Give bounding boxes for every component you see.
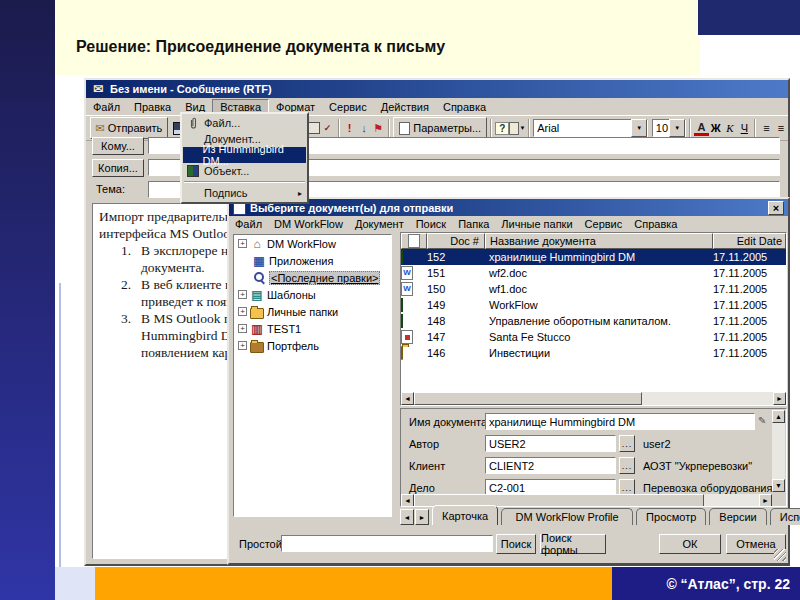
tab-used[interactable]: Используется (770, 508, 800, 525)
dialog-menu-file[interactable]: Файл (229, 217, 268, 231)
font-name-dropdown-icon[interactable]: ▼ (631, 119, 647, 137)
tab-scroll-right-icon[interactable]: ► (415, 509, 429, 525)
clipboard-icon[interactable]: ▼ (509, 120, 525, 136)
scroll-down-icon[interactable]: ▼ (772, 479, 785, 492)
expand-icon[interactable]: + (238, 239, 247, 248)
form-vertical-scrollbar[interactable]: ▲ ▼ (772, 410, 785, 492)
type-column-header[interactable] (401, 233, 427, 249)
paperclip-icon (186, 117, 200, 130)
search-icon (252, 271, 266, 284)
dialog-menu-dmworkflow[interactable]: DM WorkFlow (268, 217, 349, 231)
tree-item-templates[interactable]: + ▤ Шаблоны (234, 286, 391, 303)
flag-icon[interactable]: ⚑ (371, 120, 385, 136)
client-extra: АОЗТ "Укрперевозки" (643, 460, 752, 472)
tree-item-briefcase[interactable]: + Портфель (234, 337, 391, 354)
table-row[interactable]: 146 Инвестиции 17.11.2005 (401, 345, 786, 361)
expand-icon[interactable]: + (238, 324, 247, 333)
scrollbar-thumb[interactable] (414, 392, 642, 405)
name-column-header[interactable]: Название документа (485, 233, 713, 249)
menu-help[interactable]: Справка (436, 100, 493, 114)
client-lookup-button[interactable]: ... (619, 457, 635, 474)
tree-item-personal-folders[interactable]: + Личные папки (234, 303, 391, 320)
to-button[interactable]: Кому... (92, 137, 144, 155)
underline-button[interactable]: Ч (737, 120, 751, 136)
scroll-right-icon[interactable]: ► (773, 392, 786, 405)
tab-preview[interactable]: Просмотр (636, 508, 706, 525)
importance-icon[interactable]: ! (343, 120, 357, 136)
insert-menu-item-signature[interactable]: Подпись ▸ (183, 185, 306, 201)
ok-button[interactable]: ОК (659, 534, 721, 554)
table-row[interactable]: W 150 wf1.doc 17.11.2005 (401, 281, 786, 297)
tab-versions[interactable]: Версии (709, 508, 766, 525)
options-button[interactable]: Параметры... (393, 117, 487, 139)
tree-item-dm-workflow[interactable]: + ⌂ DM WorkFlow (234, 235, 391, 252)
font-size-dropdown-icon[interactable]: ▼ (669, 119, 685, 137)
scroll-left-icon[interactable]: ◄ (401, 392, 414, 405)
message-window-title: Без имени - Сообщение (RTF) (110, 83, 272, 95)
date-column-header[interactable]: Edit Date (713, 233, 786, 249)
send-envelope-icon: ✉ (96, 122, 105, 135)
list-horizontal-scrollbar[interactable]: ◄ ► (401, 392, 786, 405)
insert-menu-item-from-hummingbird[interactable]: Из Hummingbird DM... (183, 147, 306, 163)
folders-icon (250, 305, 264, 318)
tree-item-applications[interactable]: ▦ Приложения (234, 252, 391, 269)
cc-button[interactable]: Копия... (92, 159, 144, 177)
author-lookup-button[interactable]: ... (619, 435, 635, 452)
menu-tools[interactable]: Сервис (322, 100, 374, 114)
check-names-icon[interactable]: ✓ (320, 120, 334, 136)
font-size-combo[interactable]: 10 ▼ (652, 119, 687, 137)
close-icon[interactable]: × (768, 201, 784, 215)
resize-grip[interactable] (774, 549, 786, 561)
align-left-icon[interactable]: ≡ (759, 120, 773, 136)
search-button[interactable]: Поиск (496, 534, 536, 554)
insert-menu: Файл... Документ... Из Hummingbird DM...… (180, 112, 309, 204)
dialog-menu-service[interactable]: Сервис (579, 217, 629, 231)
table-row[interactable]: 147 Santa Fe Stucco 17.11.2005 (401, 329, 786, 345)
dialog-menu-folder[interactable]: Папка (452, 217, 495, 231)
applications-icon: ▦ (252, 254, 266, 267)
edit-icon: ✎ (758, 415, 766, 426)
expand-icon[interactable]: + (238, 307, 247, 316)
dialog-menu-search[interactable]: Поиск (410, 217, 452, 231)
doc-column-header[interactable]: Doc # (427, 233, 485, 249)
expand-icon[interactable]: + (238, 341, 247, 350)
dialog-menubar: Файл DM WorkFlow Документ Поиск Папка Ли… (229, 216, 788, 232)
menu-actions[interactable]: Действия (374, 100, 436, 114)
send-button[interactable]: ✉ Отправить (90, 117, 169, 139)
menu-edit[interactable]: Правка (127, 100, 178, 114)
home-icon: ⌂ (250, 237, 264, 250)
tab-dm-workflow-profile[interactable]: DM WorkFlow Profile (501, 508, 633, 525)
table-row[interactable]: W 151 wf2.doc 17.11.2005 (401, 265, 786, 281)
bold-button[interactable]: Ж (709, 120, 723, 136)
scroll-up-icon[interactable]: ▲ (772, 410, 785, 423)
expand-icon[interactable]: + (238, 290, 247, 299)
dialog-menu-personal-folders[interactable]: Личные папки (495, 217, 578, 231)
client-input[interactable] (485, 457, 616, 474)
insert-menu-item-file[interactable]: Файл... (183, 115, 306, 131)
tree-item-recent-edits[interactable]: <Последние правки> (234, 269, 391, 286)
dialog-menu-help[interactable]: Справка (628, 217, 683, 231)
table-row[interactable]: 148 Управление оборотным капиталом. 17.1… (401, 313, 786, 329)
dialog-menu-document[interactable]: Документ (349, 217, 410, 231)
search-input[interactable] (281, 535, 493, 552)
search-form-button[interactable]: Поиск формы (540, 534, 606, 554)
dialog-titlebar[interactable]: Выберите документ(ы) для отправки × (229, 199, 788, 216)
help-icon[interactable]: ? (495, 120, 509, 136)
message-window-titlebar[interactable]: ✉ Без имени - Сообщение (RTF) (86, 80, 788, 98)
menu-file[interactable]: Файл (86, 100, 127, 114)
footer-orange-bar (95, 567, 612, 600)
tab-card[interactable]: Карточка (432, 505, 498, 525)
hummingbird-doc-icon (401, 298, 403, 312)
table-row[interactable]: 152 хранилище Hummingbird DM 17.11.2005 (401, 249, 786, 265)
marked-doc-icon (401, 330, 413, 344)
tree-item-test1[interactable]: + ▥ TEST1 (234, 320, 391, 337)
tab-scroll-left-icon[interactable]: ◄ (400, 509, 414, 525)
font-color-button[interactable]: А (694, 120, 708, 136)
align-center-icon[interactable]: ≡ (774, 120, 788, 136)
italic-button[interactable]: К (723, 120, 737, 136)
doc-name-input[interactable] (485, 413, 755, 430)
table-row[interactable]: 149 WorkFlow 17.11.2005 (401, 297, 786, 313)
author-input[interactable] (485, 435, 616, 452)
low-importance-icon[interactable]: ↓ (357, 120, 371, 136)
font-name-combo[interactable]: Arial ▼ (533, 119, 648, 137)
